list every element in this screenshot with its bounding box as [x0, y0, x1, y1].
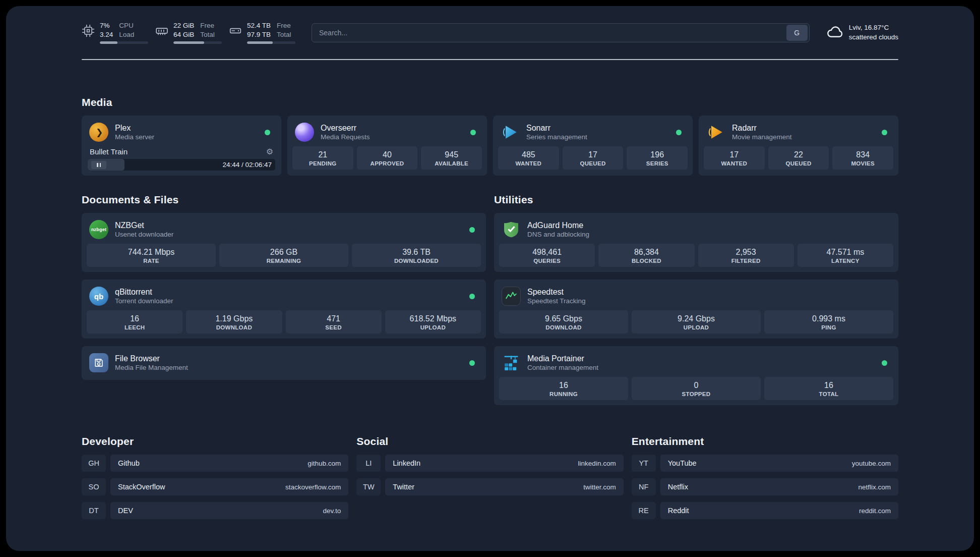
header-divider	[82, 59, 898, 60]
stat-label: APPROVED	[359, 160, 416, 166]
filebrowser-icon	[89, 353, 109, 373]
stat-value: 17	[706, 150, 763, 160]
stat-value: 22	[770, 150, 827, 160]
stat-label: QUEUED	[565, 160, 622, 166]
stat-label: DOWNLOADED	[354, 258, 479, 264]
radarr-icon	[706, 122, 726, 142]
service-desc: Container management	[527, 364, 598, 372]
stat-download: 9.65 Gbps DOWNLOAD	[499, 310, 628, 333]
service-card-overseerr[interactable]: Overseerr Media Requests 21 PENDING 40 A…	[287, 116, 487, 176]
top-bar: 7% 3.24 CPU Load	[82, 19, 898, 44]
bookmark-stackoverflow[interactable]: SO StackOverflow stackoverflow.com	[82, 478, 348, 495]
service-name: Speedtest	[527, 287, 586, 297]
stat-label: DOWNLOAD	[501, 324, 626, 330]
service-name: Media Portainer	[527, 354, 598, 364]
pause-button[interactable]	[91, 161, 106, 169]
service-card-sonarr[interactable]: Sonarr Series management 485 WANTED 17 Q…	[493, 116, 693, 176]
service-name: qBittorrent	[115, 287, 173, 297]
stat-queries: 498,461 QUERIES	[499, 244, 595, 267]
bookmark-github[interactable]: GH Github github.com	[82, 455, 348, 472]
bookmark-abbr: NF	[632, 478, 656, 495]
stat-total: 16 TOTAL	[764, 377, 893, 400]
stat-value: 39.6 TB	[354, 247, 479, 257]
stat-value: 618.52 Mbps	[387, 314, 479, 324]
disk-free-label: Free	[277, 21, 291, 30]
search-provider-button[interactable]: G	[786, 25, 808, 41]
memory-free-label: Free	[200, 21, 215, 30]
service-desc: Usenet downloader	[115, 231, 173, 239]
service-card-adguard[interactable]: AdGuard Home DNS and adblocking 498,461 …	[494, 213, 898, 272]
stats-row: 16 RUNNING 0 STOPPED 16 TOTAL	[499, 377, 893, 400]
service-desc: Speedtest Tracking	[527, 297, 586, 306]
playback-time: 24:44 / 02:06:47	[222, 161, 272, 169]
service-card-nzbget[interactable]: nzbget NZBGet Usenet downloader 744.21 M…	[82, 213, 486, 272]
bookmark-url: netflix.com	[858, 483, 891, 491]
bookmark-netflix[interactable]: NF Netflix netflix.com	[632, 478, 898, 495]
bookmark-abbr: RE	[632, 502, 656, 519]
stat-label: WANTED	[500, 160, 557, 166]
stat-label: SEED	[288, 324, 380, 330]
disk-free: 52.4 TB	[247, 21, 271, 30]
stat-value: 21	[294, 150, 351, 160]
disk-bar	[247, 41, 295, 44]
status-dot	[470, 130, 476, 135]
stat-label: FILTERED	[700, 258, 792, 264]
search-input[interactable]	[312, 29, 786, 37]
bookmark-linkedin[interactable]: LI LinkedIn linkedin.com	[356, 455, 623, 472]
bookmark-abbr: SO	[82, 478, 106, 495]
stat-value: 196	[629, 150, 686, 160]
stat-blocked: 86,384 BLOCKED	[598, 244, 694, 267]
disk-bar-fill	[247, 41, 273, 44]
service-card-portainer[interactable]: Media Portainer Container management 16 …	[494, 346, 898, 405]
service-name: Plex	[115, 123, 154, 133]
cloud-icon	[826, 23, 844, 43]
bookmark-name: DEV	[118, 507, 133, 515]
stats-row: 16 LEECH 1.19 Gbps DOWNLOAD 471 SEED	[87, 310, 481, 333]
service-card-speedtest[interactable]: Speedtest Speedtest Tracking 9.65 Gbps D…	[494, 280, 898, 339]
bookmark-reddit[interactable]: RE Reddit reddit.com	[632, 502, 898, 519]
service-card-filebrowser[interactable]: File Browser Media File Management	[82, 346, 486, 380]
stat-upload: 9.24 Gbps UPLOAD	[632, 310, 761, 333]
status-dot	[882, 360, 887, 366]
bookmark-url: youtube.com	[852, 460, 891, 467]
cpu-labels: CPU Load	[119, 21, 134, 39]
bookmark-twitter[interactable]: TW Twitter twitter.com	[356, 478, 623, 495]
stat-label: UPLOAD	[634, 324, 759, 330]
playback-progress-bar[interactable]: 24:44 / 02:06:47	[88, 159, 275, 171]
bookmark-dev[interactable]: DT DEV dev.to	[82, 502, 348, 519]
bookmark-abbr: GH	[82, 455, 106, 472]
section-title-developer: Developer	[82, 435, 348, 448]
stat-value: 498,461	[501, 247, 593, 257]
stat-label: REMAINING	[221, 258, 346, 264]
bookmark-group-entertainment: Entertainment YT YouTube youtube.com NF …	[632, 435, 898, 519]
bookmark-name: Netflix	[668, 483, 688, 491]
service-card-radarr[interactable]: Radarr Movie management 17 WANTED 22 QUE…	[699, 116, 898, 176]
stat-label: UPLOAD	[387, 324, 479, 330]
stat-filtered: 2,953 FILTERED	[698, 244, 794, 267]
service-card-qbittorrent[interactable]: qb qBittorrent Torrent downloader 16	[82, 280, 486, 339]
memory-widget: 22 GiB 64 GiB Free Total	[155, 21, 222, 44]
stats-row: 744.21 Mbps RATE 266 GB REMAINING 39.6 T…	[87, 244, 481, 267]
resource-widgets: 7% 3.24 CPU Load	[82, 21, 295, 44]
stats-row: 498,461 QUERIES 86,384 BLOCKED 2,953 FIL…	[499, 244, 893, 267]
stat-label: RATE	[89, 258, 214, 264]
bookmark-group-developer: Developer GH Github github.com SO StackO…	[82, 435, 348, 519]
stat-value: 0	[634, 380, 759, 391]
stats-row: 9.65 Gbps DOWNLOAD 9.24 Gbps UPLOAD 0.99…	[499, 310, 893, 333]
gear-icon[interactable]: ⚙	[266, 148, 273, 156]
stat-label: RUNNING	[501, 391, 626, 397]
bookmark-youtube[interactable]: YT YouTube youtube.com	[632, 455, 898, 472]
stat-value: 744.21 Mbps	[89, 247, 214, 257]
stat-downloaded: 39.6 TB DOWNLOADED	[352, 244, 481, 267]
status-dot	[882, 130, 887, 135]
stat-wanted: 17 WANTED	[704, 146, 765, 170]
bookmark-abbr: YT	[632, 455, 656, 472]
section-title-documents: Documents & Files	[82, 194, 486, 206]
stat-queued: 22 QUEUED	[768, 146, 829, 170]
memory-free: 22 GiB	[173, 21, 194, 30]
stats-row: 17 WANTED 22 QUEUED 834 MOVIES	[704, 146, 893, 170]
status-dot	[676, 130, 682, 135]
cpu-bar	[100, 41, 148, 44]
service-card-plex[interactable]: ❯ Plex Media server Bullet Train ⚙	[82, 116, 281, 176]
bookmark-url: reddit.com	[859, 507, 891, 515]
